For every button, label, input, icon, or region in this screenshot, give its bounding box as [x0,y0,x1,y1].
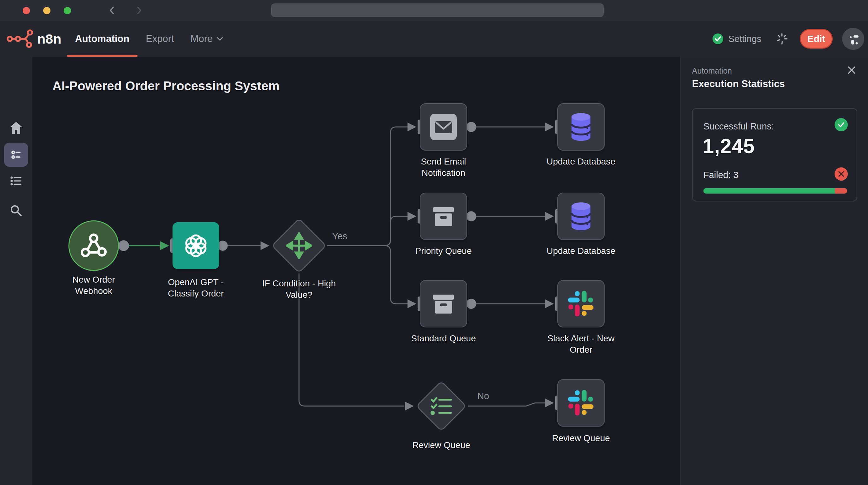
checklist-icon [429,395,454,418]
output-port [466,299,476,309]
arrowhead [407,122,416,131]
openai-icon [181,230,211,261]
node-label: OpenAI GPT - Classify Order [155,277,237,299]
output-port [466,122,476,132]
home-icon[interactable] [9,121,23,135]
success-rate-green [703,188,835,194]
database-icon [567,112,595,142]
node-priority-queue[interactable] [420,193,467,240]
account-menu-button[interactable] [842,28,864,50]
edge-label-no: No [469,391,497,401]
node-send-email[interactable] [420,103,467,151]
arrowhead [160,241,169,250]
edge-if-yes-to-email [327,127,407,246]
list-icon[interactable] [9,174,23,188]
arrowhead [405,402,414,410]
output-port [466,211,476,221]
stats-card: Successful Runs: 1,245 Failed: 3 [692,108,857,201]
address-bar[interactable] [271,3,604,17]
move-arrows-icon [286,232,312,259]
panel-title: Execution Statistics [692,78,785,90]
node-new-order-webhook[interactable] [68,220,119,271]
arrowhead [407,299,416,308]
node-label: Update Database [530,245,631,257]
edge-label-yes: Yes [326,231,354,241]
node-label: Review Queue [391,439,492,451]
execution-panel: Automation Execution Statistics Successf… [680,57,868,485]
spinner-icon [775,32,788,46]
node-update-database-1[interactable] [557,103,604,151]
archive-box-icon [430,203,457,230]
node-slack-alert[interactable] [557,280,604,327]
slack-icon [567,389,594,417]
node-label: Update Database [530,156,631,167]
success-rate-red [835,188,847,194]
close-window-button[interactable] [23,7,30,14]
node-label: Slack Alert - New Order [540,333,622,355]
workflow-list-icon [9,147,23,162]
sidebar-item-workflows[interactable] [4,143,28,167]
success-rate-bar [703,188,847,194]
database-icon [567,201,595,231]
zoom-window-button[interactable] [64,7,71,14]
logo-text: n8n [37,21,61,57]
edge-review-to-slack [468,403,545,406]
edit-button[interactable]: Edit [800,29,833,49]
avatar-glyph-icon [842,28,864,50]
node-review-queue-slack[interactable] [557,379,604,427]
n8n-window: n8n Automation Export More Settings [0,0,868,485]
search-icon[interactable] [9,204,23,217]
header-actions: Settings Edit [712,21,864,57]
arrowhead [407,212,416,221]
node-label: Standard Queue [393,333,494,344]
fail-x-icon [835,167,848,181]
tab-automation[interactable]: Automation [67,21,137,57]
node-standard-queue[interactable] [420,280,467,327]
arrowhead [545,299,554,308]
successful-runs-value: 1,245 [703,135,755,158]
tab-bar: Automation Export More [67,21,231,57]
workflow-canvas[interactable]: AI-Powered Order Processing System [32,57,680,485]
webhook-icon [79,232,108,260]
node-label: IF Condition - High Value? [258,278,340,301]
arrowhead [545,212,554,221]
tab-export[interactable]: Export [137,21,182,57]
close-icon[interactable] [846,65,857,75]
tab-more[interactable]: More [182,21,232,57]
macos-titlebar [0,0,868,21]
minimize-window-button[interactable] [43,7,51,14]
back-icon[interactable] [106,5,117,16]
status-check-icon [712,33,724,45]
archive-box-icon [430,290,457,317]
node-label: Review Queue [530,433,631,444]
success-check-icon [835,118,848,131]
n8n-logo-icon [6,28,35,49]
app-header: n8n Automation Export More Settings [0,21,868,57]
sidebar: ⚙ [0,57,32,485]
chevron-down-icon [216,37,223,41]
slack-icon [567,290,594,317]
forward-icon[interactable] [134,5,145,16]
node-label: New Order Webhook [62,274,125,297]
arrowhead [260,241,269,250]
settings-label[interactable]: Settings [728,34,762,44]
node-update-database-2[interactable] [557,193,604,240]
arrowhead [545,122,554,131]
envelope-icon [430,113,457,141]
panel-breadcrumb: Automation [692,66,732,76]
node-openai-classify[interactable] [173,222,219,269]
output-port [118,240,129,251]
successful-runs-label: Successful Runs: [703,121,774,132]
failed-runs-label: Failed: 3 [703,170,738,180]
node-label: Send Email Notification [409,156,478,179]
node-label: Priority Queue [393,245,494,257]
arrowhead [545,398,554,407]
